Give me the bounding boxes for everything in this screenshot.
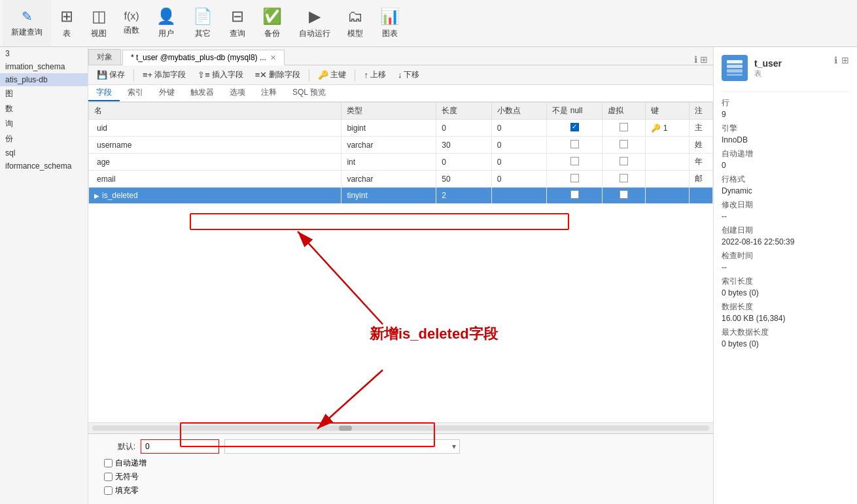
virtual-checkbox[interactable]	[620, 174, 628, 182]
tab-active[interactable]: * t_user @mybatis_plus-db (mysql8) ... ✕	[122, 50, 285, 65]
primary-key-button[interactable]: 🔑 主键	[313, 67, 351, 82]
table-row[interactable]: uid bigint 0 0 🔑 1 主	[89, 120, 713, 137]
new-query-button[interactable]: ✎ 新建查询	[3, 0, 51, 46]
horizontal-scrollbar[interactable]	[92, 426, 709, 431]
field-notnull-cell[interactable]	[547, 154, 603, 171]
table-row[interactable]: username varchar 30 0 姓	[89, 137, 713, 154]
field-name-cell[interactable]: username	[89, 137, 341, 154]
chart-button[interactable]: 📊 图表	[372, 0, 408, 46]
field-comment-cell[interactable]: 年	[689, 154, 712, 171]
backup-button[interactable]: ✅ 备份	[254, 0, 290, 46]
model-button[interactable]: 🗂 模型	[339, 0, 372, 46]
query-button[interactable]: ⊟ 查询	[221, 0, 254, 46]
not-null-checkbox[interactable]	[570, 123, 579, 131]
sidebar-item-query[interactable]: 询	[0, 116, 88, 131]
field-key-cell[interactable]	[646, 137, 689, 154]
sidebar-item-mybatis-plus-db[interactable]: atis_plus-db	[0, 73, 88, 86]
field-decimal-cell[interactable]: 0	[491, 171, 547, 188]
virtual-checkbox[interactable]	[620, 123, 628, 131]
field-name-cell[interactable]: uid	[89, 120, 341, 137]
field-type-cell[interactable]: varchar	[341, 137, 436, 154]
sidebar-item-function[interactable]: 数	[0, 101, 88, 116]
field-key-cell[interactable]	[646, 188, 689, 204]
not-null-checkbox[interactable]	[570, 157, 579, 165]
virtual-checkbox[interactable]	[620, 157, 628, 165]
field-name-cell[interactable]: email	[89, 171, 341, 188]
table-row[interactable]: age int 0 0 年	[89, 154, 713, 171]
table-button[interactable]: ⊞ 表	[51, 0, 82, 46]
sidebar-item-information-schema[interactable]: irmation_schema	[0, 60, 88, 73]
sidebar-item-backup[interactable]: 份	[0, 131, 88, 146]
field-decimal-cell[interactable]: 0	[491, 137, 547, 154]
move-up-button[interactable]: ↑ 上移	[359, 67, 391, 82]
field-decimal-cell[interactable]	[491, 188, 547, 204]
table-row[interactable]: ▶is_deleted tinyint 2	[89, 188, 713, 204]
field-notnull-cell[interactable]	[547, 188, 603, 204]
field-key-cell[interactable]: 🔑 1	[646, 120, 689, 137]
field-notnull-cell[interactable]	[547, 120, 603, 137]
unsigned-checkbox[interactable]	[104, 473, 113, 481]
not-null-checkbox[interactable]	[570, 140, 579, 148]
field-type-cell[interactable]: int	[341, 154, 436, 171]
default-select[interactable]	[224, 439, 460, 454]
field-comment-cell[interactable]: 姓	[689, 137, 712, 154]
field-virtual-cell[interactable]	[602, 188, 645, 204]
not-null-checkbox[interactable]	[570, 190, 579, 199]
info-icon-right[interactable]: ℹ	[834, 55, 837, 65]
tab-object[interactable]: 对象	[88, 49, 121, 65]
sidebar-item-3[interactable]: 3	[0, 47, 88, 60]
virtual-checkbox[interactable]	[620, 140, 628, 148]
subtab-comments[interactable]: 注释	[253, 85, 285, 101]
subtab-options[interactable]: 选项	[222, 85, 253, 101]
move-down-button[interactable]: ↓ 下移	[393, 67, 425, 82]
field-notnull-cell[interactable]	[547, 137, 603, 154]
other-button[interactable]: 📄 其它	[184, 0, 221, 46]
virtual-checkbox[interactable]	[620, 190, 628, 199]
field-length-cell[interactable]: 30	[436, 137, 492, 154]
add-field-button[interactable]: ≡+ 添加字段	[138, 67, 190, 82]
view-button[interactable]: ◫ 视图	[82, 0, 115, 46]
save-button[interactable]: 💾 保存	[92, 67, 130, 82]
subtab-sql-preview[interactable]: SQL 预览	[285, 85, 334, 101]
field-virtual-cell[interactable]	[602, 137, 645, 154]
info-icon[interactable]: ℹ	[694, 54, 697, 65]
field-type-cell[interactable]: bigint	[341, 120, 436, 137]
field-decimal-cell[interactable]: 0	[491, 154, 547, 171]
field-name-cell[interactable]: ▶is_deleted	[89, 188, 341, 204]
sidebar-item-view[interactable]: 图	[0, 86, 88, 101]
field-length-cell[interactable]: 2	[436, 188, 492, 204]
subtab-index[interactable]: 索引	[120, 85, 151, 101]
sidebar-item-sql[interactable]: sql	[0, 146, 88, 160]
field-notnull-cell[interactable]	[547, 171, 603, 188]
autorun-button[interactable]: ▶ 自动运行	[290, 0, 339, 46]
sidebar-item-performance-schema[interactable]: iformance_schema	[0, 160, 88, 173]
field-key-cell[interactable]	[646, 171, 689, 188]
subtab-trigger[interactable]: 触发器	[183, 85, 222, 101]
field-type-cell[interactable]: tinyint	[341, 188, 436, 204]
fill-zero-checkbox[interactable]	[104, 486, 113, 495]
field-length-cell[interactable]: 50	[436, 171, 492, 188]
field-virtual-cell[interactable]	[602, 120, 645, 137]
not-null-checkbox[interactable]	[570, 174, 579, 182]
field-decimal-cell[interactable]: 0	[491, 120, 547, 137]
table-row[interactable]: email varchar 50 0 邮	[89, 171, 713, 188]
auto-increment-checkbox[interactable]	[104, 459, 113, 467]
user-button[interactable]: 👤 用户	[148, 0, 184, 46]
field-length-cell[interactable]: 0	[436, 120, 492, 137]
subtab-foreign-key[interactable]: 外键	[151, 85, 183, 101]
grid-icon-right[interactable]: ⊞	[841, 55, 849, 65]
field-comment-cell[interactable]: 邮	[689, 171, 712, 188]
insert-field-button[interactable]: ⇧≡ 插入字段	[193, 67, 248, 82]
delete-field-button[interactable]: ≡✕ 删除字段	[251, 67, 306, 82]
subtab-fields[interactable]: 字段	[88, 85, 120, 101]
field-virtual-cell[interactable]	[602, 171, 645, 188]
field-type-cell[interactable]: varchar	[341, 171, 436, 188]
field-name-cell[interactable]: age	[89, 154, 341, 171]
field-comment-cell[interactable]: 主	[689, 120, 712, 137]
grid-icon[interactable]: ⊞	[700, 54, 708, 65]
field-comment-cell[interactable]	[689, 188, 712, 204]
field-virtual-cell[interactable]	[602, 154, 645, 171]
field-key-cell[interactable]	[646, 154, 689, 171]
function-button[interactable]: f(x) 函数	[115, 0, 148, 46]
tab-close-icon[interactable]: ✕	[270, 54, 276, 62]
